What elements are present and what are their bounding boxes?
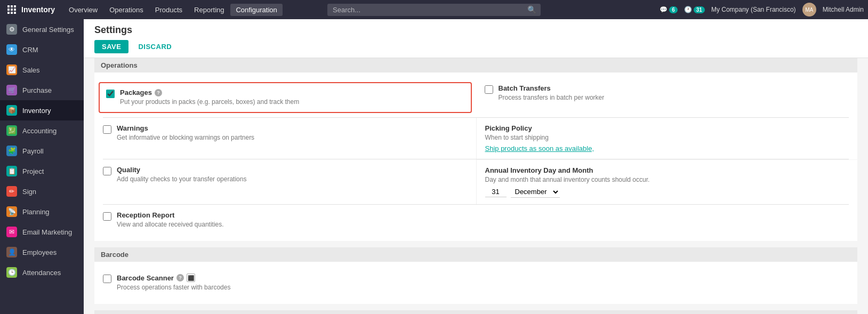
packages-desc: Put your products in packs (e.g. parcels…	[120, 98, 299, 107]
annual-inventory-month[interactable]: December January February March April Ma…	[511, 186, 560, 198]
packages-text: Packages ? Put your products in packs (e…	[120, 88, 299, 107]
search-bar: 🔍	[327, 0, 541, 19]
warnings-setting: Warnings Get informative or blocking war…	[94, 118, 476, 159]
annual-inventory-fields: December January February March April Ma…	[485, 186, 849, 198]
planning-icon: 📡	[6, 206, 17, 217]
main-content: Settings SAVE DISCARD Operations	[84, 19, 868, 314]
picking-policy-setting: Picking Policy When to start shipping Sh…	[476, 118, 858, 159]
barcode-section-content: Barcode Scanner ? ⬛ Process operations f…	[94, 262, 857, 304]
picking-policy-title: Picking Policy	[485, 124, 849, 132]
barcode-scanner-text: Barcode Scanner ? ⬛ Process operations f…	[117, 273, 230, 292]
operations-section-content: Packages ? Put your products in packs (e…	[94, 73, 857, 241]
nav-configuration[interactable]: Configuration	[230, 4, 282, 16]
barcode-scanner-desc: Process operations faster with barcodes	[117, 283, 230, 292]
sidebar-label-inventory: Inventory	[22, 107, 51, 115]
sidebar-item-employees[interactable]: 👤 Employees	[0, 242, 84, 262]
annual-inventory-day[interactable]	[485, 187, 507, 197]
sign-icon: ✏	[6, 186, 17, 197]
brand-name: Inventory	[21, 5, 55, 14]
sidebar-item-email-marketing[interactable]: ✉ Email Marketing	[0, 222, 84, 242]
employees-icon: 👤	[6, 247, 17, 257]
barcode-row-1: Barcode Scanner ? ⬛ Process operations f…	[94, 267, 857, 299]
barcode-link-icon[interactable]: ⬛	[187, 273, 195, 282]
picking-policy-link[interactable]: Ship products as soon as available,	[485, 144, 849, 152]
warnings-desc: Get informative or blocking warnings on …	[117, 133, 254, 142]
sidebar-item-sales[interactable]: 📈 Sales	[0, 60, 84, 80]
packages-setting: Packages ? Put your products in packs (e…	[99, 82, 472, 113]
activity-icon-badge[interactable]: 🕐 31	[684, 6, 705, 13]
svg-rect-5	[14, 9, 16, 11]
sidebar-label-payroll: Payroll	[22, 147, 44, 155]
sidebar-item-crm[interactable]: 👁 CRM	[0, 39, 84, 60]
sidebar-item-attendances[interactable]: 🕒 Attendances	[0, 262, 84, 283]
nav-products[interactable]: Products	[150, 4, 188, 16]
svg-rect-8	[14, 12, 16, 14]
attendances-icon: 🕒	[6, 267, 17, 278]
operations-row-3: Quality Add quality checks to your trans…	[94, 159, 857, 205]
picking-policy-desc: When to start shipping	[485, 133, 849, 142]
activity-count: 31	[694, 6, 705, 13]
packages-checkbox[interactable]	[106, 90, 115, 98]
sidebar-label-accounting: Accounting	[22, 127, 57, 135]
operations-row-4: Reception Report View and allocate recei…	[94, 205, 857, 236]
apps-icon[interactable]	[4, 2, 19, 17]
sidebar-label-planning: Planning	[22, 208, 50, 216]
sidebar-item-general-settings[interactable]: ⚙ General Settings	[0, 19, 84, 39]
quality-title: Quality	[117, 166, 246, 174]
reception-report-desc: View and allocate received quantities.	[117, 220, 224, 229]
annual-inventory-title: Annual Inventory Day and Month	[485, 166, 849, 174]
company-name[interactable]: My Company (San Francisco)	[711, 6, 796, 13]
sidebar-label-sales: Sales	[22, 66, 40, 74]
reception-report-checkbox[interactable]	[103, 212, 111, 221]
barcode-scanner-checkbox[interactable]	[103, 275, 111, 283]
search-icon[interactable]: 🔍	[527, 5, 536, 14]
accounting-icon: 💹	[6, 125, 17, 136]
sidebar-item-sign[interactable]: ✏ Sign	[0, 181, 84, 202]
reception-report-setting: Reception Report View and allocate recei…	[94, 205, 476, 236]
batch-transfers-setting: Batch Transfers Process transfers in bat…	[476, 78, 858, 109]
svg-rect-3	[7, 9, 10, 11]
annual-inventory-setting: Annual Inventory Day and Month Day and m…	[476, 159, 858, 205]
sidebar-item-project[interactable]: 📋 Project	[0, 161, 84, 181]
annual-inventory-desc: Day and month that annual inventory coun…	[485, 175, 849, 184]
top-right-section: 💬 6 🕐 31 My Company (San Francisco) MA M…	[660, 3, 864, 17]
inventory-icon: 📦	[6, 105, 17, 116]
sales-icon: 📈	[6, 65, 17, 75]
reception-report-title: Reception Report	[117, 211, 224, 219]
batch-transfers-checkbox[interactable]	[485, 85, 493, 94]
sidebar: ⚙ General Settings 👁 CRM 📈 Sales 🛒 Purch…	[0, 19, 84, 314]
discard-button[interactable]: DISCARD	[133, 40, 177, 53]
barcode-help-icon[interactable]: ?	[176, 274, 184, 281]
search-input[interactable]	[327, 4, 541, 16]
barcode-scanner-title: Barcode Scanner ? ⬛	[117, 273, 230, 282]
sidebar-item-purchase[interactable]: 🛒 Purchase	[0, 80, 84, 100]
nav-operations[interactable]: Operations	[104, 4, 149, 16]
sidebar-item-accounting[interactable]: 💹 Accounting	[0, 120, 84, 141]
sidebar-item-planning[interactable]: 📡 Planning	[0, 202, 84, 222]
save-button[interactable]: SAVE	[94, 40, 128, 53]
quality-setting: Quality Add quality checks to your trans…	[94, 159, 476, 205]
sidebar-label-general-settings: General Settings	[22, 26, 74, 34]
quality-checkbox[interactable]	[103, 167, 111, 175]
sidebar-label-attendances: Attendances	[22, 269, 61, 277]
quality-text: Quality Add quality checks to your trans…	[117, 166, 246, 184]
nav-reporting[interactable]: Reporting	[189, 4, 229, 16]
sidebar-item-payroll[interactable]: 🧩 Payroll	[0, 141, 84, 161]
packages-title: Packages ?	[120, 88, 299, 96]
page-header: Settings SAVE DISCARD	[84, 19, 868, 58]
crm-icon: 👁	[6, 44, 17, 55]
chat-count: 6	[669, 6, 678, 13]
project-icon: 📋	[6, 166, 17, 176]
clock-icon: 🕐	[684, 6, 692, 13]
user-name[interactable]: Mitchell Admin	[823, 6, 864, 13]
nav-overview[interactable]: Overview	[63, 4, 103, 16]
btn-toolbar: SAVE DISCARD	[94, 40, 857, 53]
packages-help-icon[interactable]: ?	[155, 89, 162, 96]
quality-desc: Add quality checks to your transfer oper…	[117, 175, 246, 184]
reception-report-text: Reception Report View and allocate recei…	[117, 211, 224, 229]
sidebar-label-purchase: Purchase	[22, 86, 52, 94]
sidebar-item-inventory[interactable]: 📦 Inventory	[0, 100, 84, 120]
warnings-checkbox[interactable]	[103, 125, 111, 134]
email-marketing-icon: ✉	[6, 227, 17, 237]
chat-icon-badge[interactable]: 💬 6	[660, 6, 678, 13]
